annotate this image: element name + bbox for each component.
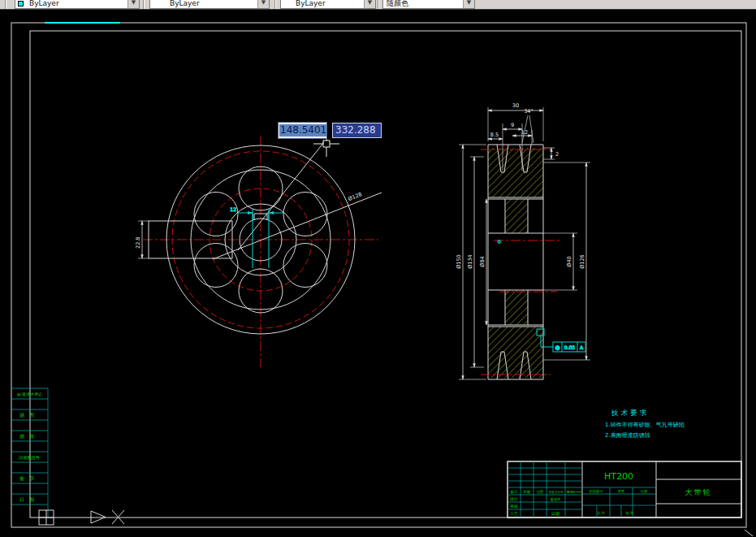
tolerance-value: 0.05 <box>564 344 576 350</box>
linetype-combobox-value: ByLayer <box>150 0 257 8</box>
tech-notes-title[interactable]: 技术要求 <box>611 409 649 417</box>
tb-field-stage: 阶段标记 <box>590 489 604 494</box>
chevron-down-icon[interactable]: ▼ <box>257 0 269 8</box>
tb-header-mark: 标记 <box>510 489 519 495</box>
title-block[interactable]: 标记 处数 分区 更改文件号 签名 年月日 设计 审核 工艺 标准化 日期 HT… <box>508 461 741 518</box>
edge-offset-text[interactable]: 8.5 <box>490 132 499 138</box>
keyway-height-text[interactable]: 22.8 <box>135 237 141 249</box>
rim-inner-dia-text[interactable]: Ø126 <box>579 254 585 269</box>
dynamic-input-length-field[interactable]: 148.5401 <box>279 123 326 138</box>
toolbar-separator <box>5 0 6 10</box>
pickbox <box>323 141 330 147</box>
chevron-down-icon[interactable]: ▼ <box>127 0 139 8</box>
properties-toolbar: ByLayer ▼ ByLayer ▼ ByLayer ▼ 随颜色 ▼ <box>0 0 756 10</box>
pitch-dia-text[interactable]: Ø134 <box>467 254 473 269</box>
strip-label: 旧底图总号 <box>19 455 40 461</box>
bore-dia-text[interactable]: Ø40 <box>566 256 572 266</box>
tb-role-process: 工艺 <box>510 511 518 516</box>
bolt-circle-dimension-line[interactable] <box>213 193 382 259</box>
section-view[interactable]: Φ <box>481 145 562 379</box>
technical-notes[interactable]: 技术要求 1.铸件不得有砂眼、气孔等缺陷 2.表面喷漆防锈蚀 <box>605 409 685 439</box>
tolerance-symbol: ◎ <box>555 344 559 351</box>
tb-field-page: 第 张 <box>625 511 634 515</box>
toolbar-separator <box>274 0 276 10</box>
linetype-combobox[interactable]: ByLayer ▼ <box>149 0 270 9</box>
tech-notes-line[interactable]: 1.铸件不得有砂眼、气孔等缺陷 <box>605 422 685 428</box>
width-dim-text[interactable]: 30 <box>512 102 519 109</box>
frame-bottom-marks <box>39 510 753 536</box>
tb-field-mass: 质量 <box>618 489 624 493</box>
chevron-down-icon[interactable]: ▼ <box>364 0 375 8</box>
toolbar-separator <box>378 0 379 10</box>
tb-material[interactable]: HT200 <box>604 471 633 482</box>
toolbar-separator <box>143 0 145 10</box>
tb-role-date: 日期 <box>551 511 559 517</box>
dynamic-input-angle-value: 332.288 <box>335 124 376 136</box>
front-view[interactable]: Ø128 22.8 12 <box>135 136 382 367</box>
plotstyle-combobox-value: 随颜色 <box>383 0 463 8</box>
tb-header-zone: 分区 <box>537 489 545 494</box>
tb-header-date: 年月日 <box>573 491 582 494</box>
tb-header-count: 处数 <box>524 489 532 494</box>
lineweight-combobox[interactable]: ByLayer ▼ <box>280 0 376 9</box>
drawing-frame[interactable] <box>11 23 746 527</box>
dynamic-input-length-value: 148.5401 <box>279 124 327 136</box>
keyway-width-text[interactable]: 12 <box>230 206 236 212</box>
tb-field-scale: 比例 <box>641 489 647 494</box>
tb-role-design: 设计 <box>509 496 518 501</box>
tech-notes-line[interactable]: 2.表面喷漆防锈蚀 <box>605 432 650 439</box>
groove-pitch-text[interactable]: 12 <box>521 129 528 136</box>
plotstyle-combobox[interactable]: 随颜色 ▼ <box>382 0 475 9</box>
tb-role-standard: 标准化 <box>551 497 561 502</box>
cad-drawing-area[interactable]: ByLayer ▼ ByLayer ▼ ByLayer ▼ 随颜色 ▼ 148.… <box>0 0 756 537</box>
strip-label: 描校 <box>19 433 39 440</box>
groove-land-text[interactable]: 2 <box>555 151 559 158</box>
lineweight-combobox-value: ByLayer <box>281 0 364 8</box>
section-hatch <box>488 148 543 378</box>
tb-part-name[interactable]: 大带轮 <box>685 488 712 496</box>
tb-role-review: 审核 <box>510 504 518 509</box>
strip-label: 签字 <box>19 475 39 481</box>
color-combobox[interactable]: ByLayer ▼ <box>15 0 140 9</box>
color-combobox-value: ByLayer <box>26 0 127 8</box>
chevron-down-icon[interactable]: ▼ <box>463 0 474 8</box>
groove-top-width-text[interactable]: 9 <box>511 122 514 128</box>
tolerance-frame[interactable]: ◎ 0.05 A <box>537 329 585 352</box>
tb-field-sheets: 共 张 <box>597 511 606 515</box>
strip-label: 日期 <box>19 496 39 503</box>
tolerance-datum: A <box>580 344 584 350</box>
tb-header-changedoc: 更改文件号 <box>549 490 564 494</box>
outer-dia-text[interactable]: Ø150 <box>456 254 462 269</box>
strip-label: 借(通)用件登记 <box>15 392 42 397</box>
strip-label: 描图 <box>19 412 39 418</box>
dynamic-input-angle-field[interactable]: 332.288 <box>332 123 382 138</box>
groove-angle-text[interactable]: 34° <box>524 108 534 115</box>
color-swatch-icon <box>18 1 24 6</box>
datum-mark[interactable]: Φ <box>497 239 502 245</box>
hub-dia-text[interactable]: Ø84 <box>479 256 486 266</box>
